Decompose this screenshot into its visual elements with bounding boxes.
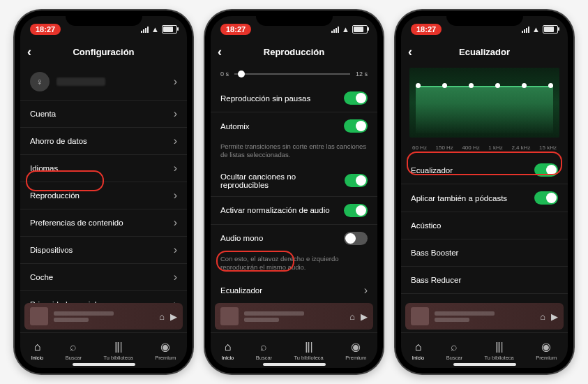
library-icon: ǁ| [305,341,313,353]
profile-row[interactable]: ♀ › [20,64,187,101]
preset-acustico[interactable]: Acústico [401,212,568,239]
row-coche[interactable]: Coche› [20,264,187,291]
album-art [411,307,429,325]
row-cuenta[interactable]: Cuenta› [20,101,187,128]
row-gapless: Reproducción sin pausas [211,84,377,112]
tab-biblioteca[interactable]: ǁ|Tu biblioteca [294,341,324,361]
slider-thumb[interactable] [238,71,245,77]
now-playing-text [54,309,153,324]
chevron-right-icon: › [174,108,177,120]
spotify-icon: ◉ [351,341,361,353]
home-icon: ⌂ [415,341,422,353]
home-icon: ⌂ [225,341,232,353]
album-art [30,307,48,325]
preset-bass-reducer[interactable]: Bass Reducer [401,267,568,294]
tab-premium[interactable]: ◉Premium [536,341,557,361]
search-icon: ⌕ [70,341,77,353]
chevron-right-icon: › [174,298,177,303]
search-icon: ⌕ [451,341,458,353]
content[interactable]: 0 s 12 s Reproducción sin pausas Automix… [211,64,377,303]
now-playing-bar[interactable]: ⌂ ▶ [24,303,183,330]
battery-icon [352,25,368,34]
toggle-podcasts[interactable] [534,191,558,205]
now-playing-bar[interactable]: ⌂ ▶ [405,303,564,330]
play-icon[interactable]: ▶ [170,311,177,322]
row-reproduccion[interactable]: Reproducción› [20,182,187,209]
row-hide: Ocultar canciones no reproducibles [211,165,377,197]
notch [66,10,142,26]
title-bar: ‹ Ecualizador [401,40,568,64]
toggle-automix[interactable] [344,119,368,133]
tab-premium[interactable]: ◉Premium [155,341,176,361]
home-indicator[interactable] [263,363,326,366]
home-indicator[interactable] [453,363,516,366]
eq-band-dot[interactable] [416,83,421,88]
tab-biblioteca[interactable]: ǁ|Tu biblioteca [104,341,133,361]
crossfade-slider[interactable]: 0 s 12 s [211,64,377,84]
toggle-normalize[interactable] [344,204,368,217]
content[interactable]: ♀ › Cuenta› Ahorro de datos› Idiomas› Re… [20,64,187,303]
equalizer-graph[interactable] [409,68,559,138]
devices-icon[interactable]: ⌂ [540,311,545,322]
eq-line [416,86,554,87]
play-icon[interactable]: ▶ [551,311,558,322]
phone-ecualizador: 18:27 ▲ ‹ Ecualizador [395,10,573,374]
page-title: Reproducción [264,47,324,57]
back-button[interactable]: ‹ [218,45,222,59]
chevron-right-icon: › [174,75,177,88]
status-time: 18:27 [220,24,251,35]
library-icon: ǁ| [114,341,123,353]
avatar-icon: ♀ [30,72,50,91]
wifi-icon: ▲ [532,25,540,34]
eq-fill [416,87,554,133]
toggle-gapless[interactable] [344,91,368,105]
tab-buscar[interactable]: ⌕Buscar [256,341,272,361]
play-icon[interactable]: ▶ [361,311,368,322]
toggle-equalizer[interactable] [534,163,558,177]
back-button[interactable]: ‹ [27,45,31,59]
tab-inicio[interactable]: ⌂Inicio [31,341,44,361]
automix-desc: Permite transiciones sin corte entre las… [211,140,377,165]
phone-reproduccion: 18:27 ▲ ‹ Reproducción 0 s 12 s Reproduc… [205,10,383,374]
page-title: Configuración [73,47,134,57]
devices-icon[interactable]: ⌂ [349,311,355,322]
row-dispositivos[interactable]: Dispositivos› [20,237,187,264]
now-playing-bar[interactable]: ⌂ ▶ [215,303,373,330]
preset-bass-booster[interactable]: Bass Booster [401,239,568,267]
spotify-icon: ◉ [160,341,170,353]
tab-buscar[interactable]: ⌕Buscar [66,341,82,361]
tab-biblioteca[interactable]: ǁ|Tu biblioteca [485,341,514,361]
row-idiomas[interactable]: Idiomas› [20,155,187,182]
signal-icon [522,27,529,33]
chevron-right-icon: › [174,216,177,229]
chevron-right-icon: › [174,244,177,256]
tab-inicio[interactable]: ⌂Inicio [222,341,234,361]
slider-track[interactable] [234,73,350,75]
row-privacidad[interactable]: Privacidad y social› [20,291,187,303]
toggle-mono[interactable] [344,232,368,245]
preset-clasica[interactable]: Clásica [401,294,568,303]
row-ecualizador[interactable]: Ecualizador› [211,277,377,303]
tab-premium[interactable]: ◉Premium [345,341,366,361]
row-podcasts: Aplicar también a pódcasts [401,184,568,212]
back-button[interactable]: ‹ [408,45,412,59]
wifi-icon: ▲ [342,25,349,34]
title-bar: ‹ Reproducción [211,40,377,64]
toggle-hide[interactable] [345,174,368,187]
chevron-right-icon: › [174,271,177,283]
content[interactable]: 60 Hz 150 Hz 400 Hz 1 kHz 2,4 kHz 15 kHz… [401,64,568,303]
row-ahorro[interactable]: Ahorro de datos› [20,128,187,155]
tab-inicio[interactable]: ⌂Inicio [412,341,425,361]
notch [446,10,523,26]
home-indicator[interactable] [73,363,135,366]
slider-max: 12 s [356,71,368,77]
devices-icon[interactable]: ⌂ [159,311,165,322]
tab-buscar[interactable]: ⌕Buscar [446,341,462,361]
chevron-right-icon: › [174,189,177,202]
row-preferencias[interactable]: Preferencias de contenido› [20,209,187,237]
chevron-right-icon: › [174,135,177,147]
signal-icon [331,27,339,33]
signal-icon [141,27,149,33]
title-bar: ‹ Configuración [20,40,187,64]
eq-band-dot[interactable] [442,83,447,88]
